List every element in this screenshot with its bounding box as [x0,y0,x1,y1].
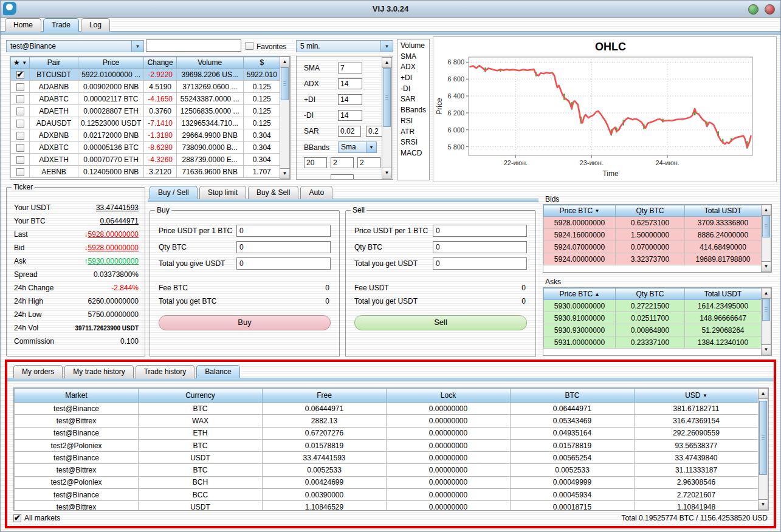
pair-checkbox[interactable] [16,144,24,152]
col-pair[interactable]: Pair [30,57,78,69]
indicator-item-di[interactable]: -DI [401,84,429,95]
pair-checkbox[interactable] [16,132,24,140]
col-total-usdt[interactable]: Total USDT [685,288,762,300]
bottom-tab-my-trade-history[interactable]: My trade history [64,365,133,378]
indicator-param-input[interactable] [338,94,362,105]
indicator-item-atr[interactable]: ATR [401,128,429,138]
favorite-star-icon[interactable]: ★ [13,58,20,67]
book-row[interactable]: 5931.000000000.233371001384.12340100 [544,336,762,349]
pair-row[interactable]: ADAUSDT0.12523000 USDT-7.1410132965344.7… [11,117,281,129]
col-total-usdt[interactable]: Total USDT [685,205,762,217]
col-usd[interactable]: $ [243,57,280,69]
book-header[interactable]: Price BTC ▲Qty BTCTotal USDT [544,288,762,300]
sell-button[interactable]: Sell [354,315,527,330]
field-input[interactable] [433,241,527,253]
field-input[interactable] [236,225,331,237]
all-markets-checkbox[interactable] [13,514,21,522]
scroll-down-button[interactable]: ▼ [762,261,771,271]
scrollbar-thumb[interactable] [759,401,767,475]
scroll-down-button[interactable]: ▼ [382,168,391,178]
indicator-param-input[interactable] [338,63,362,73]
scroll-down-button[interactable]: ▼ [762,344,771,355]
pair-checkbox[interactable] [16,156,24,164]
chevron-down-icon[interactable]: ▼ [131,41,143,52]
scrollbar-thumb[interactable] [762,299,770,321]
col-price-btc[interactable]: Price BTC ▼ [544,205,616,217]
pair-table-header[interactable]: ★ ▼ Pair Price Change Volume $ [11,57,281,69]
indicator-item-adx[interactable]: ADX [401,63,429,73]
pair-row[interactable]: ADABNB0.00902000 BNB4.51903713269.0600 .… [11,81,281,93]
indicator-item-volume[interactable]: Volume [401,41,429,52]
field-input[interactable] [433,225,527,237]
scroll-up-button[interactable]: ▲ [382,58,391,68]
pair-row[interactable]: ADXBTC0.00005136 BTC-8.6280738090.0000 B… [11,142,281,154]
bottom-tab-my-orders[interactable]: My orders [13,365,63,378]
col-qty-btc[interactable]: Qty BTC [616,288,685,300]
book-row[interactable]: 5930.000000000.272215001614.23495000 [544,300,762,312]
pair-row[interactable]: AEBNB0.12405000 BNB3.212071636.9600 BNB1… [11,166,281,178]
col-price-btc[interactable]: Price BTC ▲ [544,288,616,300]
book-row[interactable]: 5930.930000000.0086480051.29068264 [544,324,762,336]
pair-checkbox[interactable] [16,120,24,128]
favorites-checkbox[interactable] [246,42,253,50]
col-usd[interactable]: USD ▼ [635,389,759,403]
scroll-up-button[interactable]: ▲ [280,57,289,67]
field-input[interactable] [433,257,527,270]
bbands-param-input[interactable] [331,157,354,168]
chevron-down-icon[interactable]: ▼ [380,41,393,52]
balance-row[interactable]: test@BittrexWAX2882.130.000000000.053434… [15,415,759,427]
trade-tab-stop-limit[interactable]: Stop limit [199,186,246,199]
pair-checkbox[interactable] [16,71,24,79]
pair-checkbox[interactable] [16,107,24,115]
indicator-param-input[interactable] [338,78,362,89]
scroll-up-button[interactable]: ▲ [759,389,768,399]
trade-tab-buy-sell[interactable]: Buy & Sell [248,186,298,199]
balance-row[interactable]: test@BinanceETH0.672072760.000000000.049… [15,427,759,439]
indicator-param-input[interactable] [338,110,362,121]
scroll-up-button[interactable]: ▲ [762,205,771,216]
col-btc[interactable]: BTC [511,389,635,403]
pair-search-input[interactable] [146,39,241,52]
pair-checkbox[interactable] [16,168,24,176]
pair-row[interactable]: ADAETH0.00028807 ETH0.376012506835.0000 … [11,105,281,117]
interval-select[interactable]: 5 min. ▼ [296,40,393,52]
indicator-item-di[interactable]: +DI [401,73,429,84]
asks-scrollbar[interactable]: ▲▼ [761,288,771,355]
col-market[interactable]: Market [15,389,139,403]
bbands-param-input[interactable] [304,157,327,168]
col-currency[interactable]: Currency [139,389,263,403]
pair-table-scrollbar[interactable]: ▲▼ [280,56,290,179]
close-button[interactable] [765,4,775,15]
col-price[interactable]: Price [78,57,144,69]
tab-home[interactable]: Home [5,18,41,32]
bbands-ma-select[interactable]: Sma▼ [338,142,377,153]
indicator-param-input[interactable] [338,126,361,137]
balance-row[interactable]: test@BinanceUSDT33.474415930.000000000.0… [15,452,759,464]
balance-row[interactable]: test@BinanceBCC0.003900000.000000000.000… [15,489,759,501]
pair-checkbox[interactable] [16,95,24,103]
indicator-item-rsi[interactable]: RSI [401,117,429,128]
indicator-item-srsi[interactable]: SRSI [401,138,429,149]
balance-row[interactable]: test2@PoloniexBCH0.004246990.000000000.0… [15,476,759,488]
book-row[interactable]: 5928.000000000.625731003709.33336800 [544,217,762,229]
pair-checkbox[interactable] [16,83,24,91]
col-lock[interactable]: Lock [387,389,511,403]
book-header[interactable]: Price BTC ▼Qty BTCTotal USDT [544,205,762,217]
trade-tab-buy-sell[interactable]: Buy / Sell [150,186,198,199]
tab-trade[interactable]: Trade [43,18,79,32]
bottom-tab-balance[interactable]: Balance [196,365,239,378]
book-row[interactable]: 5924.160000001.500000008886.24000000 [544,229,762,241]
indicator-scrollbar[interactable]: ▲▼ [382,57,392,179]
bids-scrollbar[interactable]: ▲▼ [761,205,771,272]
pair-row[interactable]: ADXBNB0.02172000 BNB-1.318029664.9900 BN… [11,129,281,142]
balance-scrollbar[interactable]: ▲▼ [758,388,768,510]
tab-log[interactable]: Log [81,18,110,32]
field-input[interactable] [236,257,331,270]
scroll-up-button[interactable]: ▲ [762,288,771,299]
balance-row[interactable]: test@BinanceBTC0.064449710.000000000.064… [15,403,759,415]
trade-tab-auto[interactable]: Auto [300,186,332,199]
indicator-item-bbands[interactable]: BBands [401,106,429,117]
pair-row[interactable]: BTCUSDT5922.01000000 ...-2.922039698.220… [11,69,281,81]
pair-row[interactable]: ADXETH0.00070770 ETH-4.3260288739.0000 E… [11,154,281,166]
balance-row[interactable]: test@BittrexBTC0.00525330.000000000.0052… [15,464,759,476]
